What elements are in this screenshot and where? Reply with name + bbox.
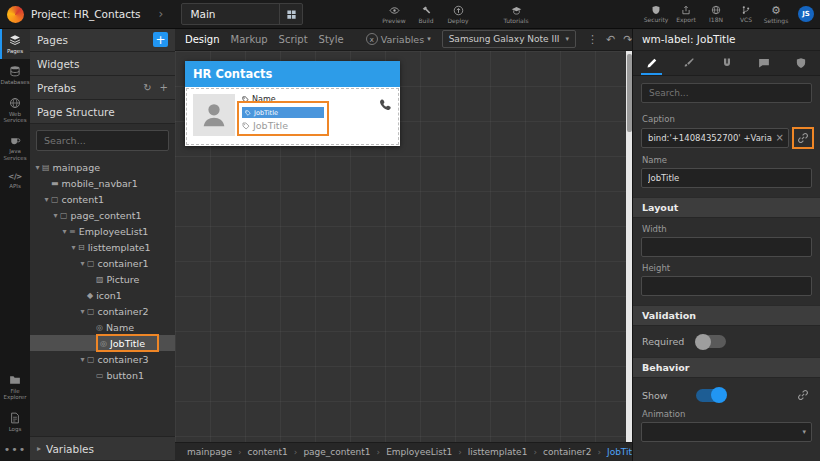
rail-item-file-explorer[interactable]: File Explorer: [0, 368, 30, 406]
rail-item-java-services[interactable]: Java Services: [0, 128, 30, 166]
rail-item-pages[interactable]: Pages: [0, 28, 30, 59]
caption-input[interactable]: [646, 132, 774, 144]
breadcrumb-container2[interactable]: container2: [543, 447, 591, 457]
chevron-down-icon[interactable]: ▾: [42, 195, 51, 204]
jobtitle-caption[interactable]: JobTitle: [242, 120, 338, 131]
required-toggle[interactable]: [696, 335, 726, 348]
rail-item-more[interactable]: •••: [0, 437, 30, 461]
undo-icon[interactable]: ↶: [606, 34, 615, 45]
name-input[interactable]: [646, 172, 807, 184]
design-canvas[interactable]: HR Contacts Name JobTitle: [175, 51, 633, 442]
height-input[interactable]: [646, 280, 807, 292]
export-button[interactable]: Export: [672, 0, 700, 28]
tree-item-name[interactable]: ◎Name: [30, 319, 175, 335]
tree-item-jobtitle-selected[interactable]: ◎ JobTitle: [30, 335, 175, 351]
tag-icon: [242, 122, 250, 130]
rail-item-logs[interactable]: Logs: [0, 406, 30, 437]
rail-item-apis[interactable]: </> APIs: [0, 166, 30, 194]
tree-item-icon1[interactable]: ◆icon1: [30, 287, 175, 303]
tree-item-picture[interactable]: ▨Picture: [30, 271, 175, 287]
tab-markup[interactable]: Markup: [231, 34, 268, 45]
show-bind-link-icon[interactable]: [795, 387, 811, 403]
tree-item-listtemplate1[interactable]: ▾⊟listtemplate1: [30, 239, 175, 255]
section-pages[interactable]: Pages +: [30, 28, 175, 52]
settings-button[interactable]: ⚙ Settings: [762, 0, 790, 28]
tree-item-page-content1[interactable]: ▾▢page_content1: [30, 207, 175, 223]
vcs-label: VCS: [740, 16, 752, 23]
tab-properties[interactable]: [633, 51, 670, 75]
tree-item-content1[interactable]: ▾▢content1: [30, 191, 175, 207]
chevron-down-icon[interactable]: ▾: [78, 307, 87, 316]
tree-item-employeelist1[interactable]: ▾≡EmployeeList1: [30, 223, 175, 239]
tab-bindings[interactable]: [708, 51, 745, 75]
add-prefab-icon[interactable]: +: [160, 82, 168, 93]
device-selector[interactable]: Samsung Galaxy Note III ▾: [442, 30, 576, 48]
rail-item-web-services[interactable]: Web Services: [0, 91, 30, 129]
label-icon: ◎: [100, 339, 107, 348]
chevron-down-icon[interactable]: ▾: [78, 355, 87, 364]
tree-item-container2[interactable]: ▾▢container2: [30, 303, 175, 319]
refresh-icon[interactable]: ↻: [143, 82, 151, 93]
more-vertical-icon[interactable]: ⋮: [587, 34, 598, 45]
breadcrumb-page-content1[interactable]: page_content1: [303, 447, 370, 457]
tutorials-button[interactable]: Tutorials: [502, 0, 530, 28]
user-avatar[interactable]: JS: [798, 6, 814, 22]
chevron-down-icon[interactable]: ▾: [51, 211, 60, 220]
chevron-down-icon[interactable]: ▾: [69, 243, 78, 252]
variables-menu[interactable]: x Variables ▾: [366, 33, 431, 45]
show-label: Show: [642, 390, 696, 401]
width-input[interactable]: [646, 241, 807, 253]
properties-search-input[interactable]: [647, 87, 806, 99]
page-switcher-grid-icon[interactable]: [279, 4, 302, 24]
section-page-structure[interactable]: Page Structure: [30, 100, 175, 124]
list-item-template[interactable]: Name JobTitle JobTitle: [186, 88, 399, 145]
jobtitle-widget-selected[interactable]: JobTitle: [242, 107, 324, 118]
tree-item-mainpage[interactable]: ▾▤mainpage: [30, 159, 175, 175]
tag-icon: [242, 96, 249, 103]
chat-icon: [758, 57, 770, 69]
chevron-down-icon[interactable]: ▾: [33, 163, 42, 172]
name-label-widget[interactable]: Name: [242, 94, 338, 105]
breadcrumb-content1[interactable]: content1: [248, 447, 288, 457]
tree-item-container1[interactable]: ▾▢container1: [30, 255, 175, 271]
section-widgets[interactable]: Widgets: [30, 52, 175, 76]
security-button[interactable]: Security: [642, 0, 670, 28]
chevron-down-icon[interactable]: ▾: [60, 227, 69, 236]
button-icon: ▭: [96, 371, 104, 380]
preview-button[interactable]: Preview: [380, 0, 408, 28]
i18n-button[interactable]: I18N: [702, 0, 730, 28]
section-variables[interactable]: ▸ Variables: [30, 436, 175, 461]
build-button[interactable]: Build: [412, 0, 440, 28]
breadcrumb-employeelist1[interactable]: EmployeeList1: [386, 447, 452, 457]
picture-widget[interactable]: [193, 94, 235, 136]
show-toggle[interactable]: [696, 389, 726, 402]
animation-select[interactable]: ▾: [641, 422, 812, 442]
wavemaker-logo-icon[interactable]: [7, 6, 24, 23]
mobile-page-header[interactable]: HR Contacts: [185, 61, 400, 87]
tree-label: container1: [98, 258, 149, 269]
section-prefabs[interactable]: Prefabs ↻ +: [30, 76, 175, 100]
tab-comments[interactable]: [745, 51, 782, 75]
tree-label: container2: [98, 306, 149, 317]
tab-script[interactable]: Script: [279, 34, 308, 45]
phone-icon[interactable]: [378, 98, 392, 112]
bind-link-icon[interactable]: [795, 130, 811, 146]
breadcrumb-mainpage[interactable]: mainpage: [187, 447, 232, 457]
tree-item-container3[interactable]: ▾▢container3: [30, 351, 175, 367]
vcs-button[interactable]: VCS: [732, 0, 760, 28]
chevron-down-icon[interactable]: ▾: [78, 259, 87, 268]
rail-item-databases[interactable]: Databases: [0, 59, 30, 90]
tab-style[interactable]: Style: [319, 34, 344, 45]
tree-item-mobile-navbar1[interactable]: ▬mobile_navbar1: [30, 175, 175, 191]
tree-item-button1[interactable]: ▭button1: [30, 367, 175, 383]
page-selector[interactable]: Main: [181, 3, 303, 25]
brush-icon: [683, 57, 695, 69]
tab-styles[interactable]: [670, 51, 707, 75]
structure-search-input[interactable]: [42, 134, 163, 147]
tab-security[interactable]: [783, 51, 820, 75]
clear-icon[interactable]: ×: [776, 133, 784, 143]
breadcrumb-listtemplate1[interactable]: listtemplate1: [468, 447, 528, 457]
add-page-button[interactable]: +: [153, 32, 168, 47]
tab-design[interactable]: Design: [185, 34, 220, 45]
deploy-button[interactable]: Deploy: [444, 0, 472, 28]
